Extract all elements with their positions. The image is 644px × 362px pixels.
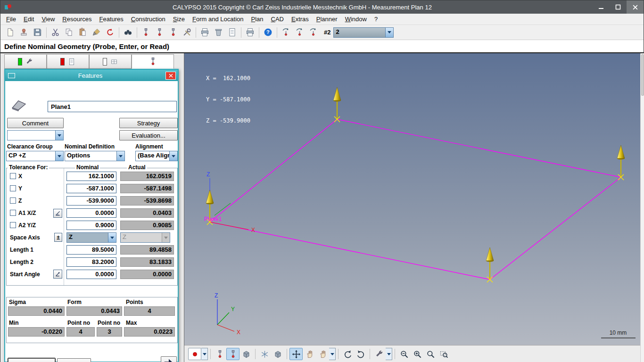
feature-selector[interactable]: 2 [333,27,394,38]
tolerance-y-checkbox[interactable] [10,185,16,191]
menu-cad[interactable]: CAD [267,14,288,24]
menu-features[interactable]: Features [95,14,127,24]
tab-table[interactable] [89,54,132,69]
features-dialog-titlebar[interactable]: Features [5,70,178,81]
probe-point-dropdown[interactable] [201,348,208,360]
ok-button[interactable]: OK [8,358,55,362]
delete-button[interactable] [212,26,225,39]
probe-rotate-3-button[interactable] [306,26,320,39]
clearance-group-dropdown[interactable] [55,151,63,161]
menu-help[interactable]: ? [371,14,381,24]
tab-report[interactable] [47,54,89,69]
tools-button[interactable] [180,26,194,39]
show-probe-points-button[interactable] [226,348,239,360]
space-axis-nominal-dropdown[interactable] [108,233,116,242]
tab-measurement[interactable] [4,54,47,69]
alignment-dropdown[interactable] [169,151,177,161]
print-preview-button[interactable] [243,26,257,39]
pan-hand-button[interactable] [303,348,316,360]
menu-window[interactable]: Window [341,14,371,24]
format-brush-button[interactable] [90,26,103,39]
new-button[interactable] [3,26,17,39]
menu-size[interactable]: Size [169,14,189,24]
maximize-button[interactable] [610,0,627,14]
nominal-definition-selector[interactable]: Options [65,151,125,161]
cut-button[interactable] [49,26,62,39]
menu-view[interactable]: View [38,14,58,24]
help-button[interactable] [261,26,275,39]
length2-nominal-field[interactable]: 83.2000 [66,257,116,267]
view-tools-button[interactable] [372,348,386,360]
a2-nominal-field[interactable]: 0.9000 [66,221,116,230]
a1-angle-button[interactable] [53,209,62,218]
feature-name-input[interactable] [48,101,177,112]
paste-button[interactable] [76,26,90,39]
y-nominal-field[interactable]: -587.1000 [66,184,116,193]
view-tools-dropdown[interactable] [386,348,392,360]
dialog-close-button[interactable] [165,72,176,80]
probe-change-button[interactable] [139,26,153,39]
probe-point-button[interactable] [188,348,201,360]
print-button[interactable] [198,26,212,39]
tolerance-x-checkbox[interactable] [10,173,16,179]
menu-plan[interactable]: Plan [247,14,267,24]
projection-selector[interactable] [7,130,64,140]
tolerance-z-checkbox[interactable] [10,197,16,204]
show-probe-button[interactable] [213,348,226,360]
stamp-button[interactable] [17,26,31,39]
tolerance-a1-checkbox[interactable] [10,210,16,216]
solid-view-button[interactable] [271,348,284,360]
evaluation-button[interactable]: Evaluation... [119,130,178,140]
zoom-box-button[interactable] [437,348,450,360]
nominal-definition-dropdown[interactable] [116,151,124,161]
undo-button[interactable] [103,26,117,39]
menu-planner[interactable]: Planner [313,14,341,24]
probe-rotate-1-button[interactable] [279,26,293,39]
cad-viewport[interactable]: X = 162.1000 Y = -587.1000 Z = -539.9000 [184,53,640,362]
probe-rotate-2-button[interactable] [293,26,306,39]
comment-button[interactable]: Comment [7,118,64,128]
strategy-button[interactable]: Strategy [119,118,178,128]
rotate-ccw-button[interactable] [341,348,354,360]
a1-nominal-field[interactable]: 0.0000 [66,208,116,218]
menu-construction[interactable]: Construction [127,14,169,24]
next-feature-button[interactable] [161,356,177,362]
length1-nominal-field[interactable]: 89.5000 [66,245,116,255]
zoom-out-button[interactable] [397,348,411,360]
z-nominal-field[interactable]: -539.9000 [66,196,116,206]
scene-canvas[interactable]: Z X [184,53,641,362]
projection-dropdown[interactable] [55,131,63,140]
probe-edit-button[interactable] [153,26,166,39]
move-mode-button[interactable] [289,348,303,360]
minimize-button[interactable] [593,0,610,14]
find-button[interactable] [121,26,135,39]
feature-selector-dropdown[interactable] [385,28,393,37]
space-axis-nominal-selector[interactable]: Z [66,232,116,243]
close-button[interactable] [627,0,644,14]
menu-resources[interactable]: Resources [58,14,95,24]
freeze-view-button[interactable] [258,348,271,360]
zoom-button[interactable] [424,348,437,360]
viewport-scrollbar[interactable] [640,53,644,362]
copy-button[interactable] [62,26,76,39]
menu-file[interactable]: File [2,14,20,24]
start-angle-button[interactable] [53,270,62,279]
rotate-cw-button[interactable] [354,348,367,360]
pan-xyz-dropdown[interactable] [329,348,336,360]
x-nominal-field[interactable]: 162.1000 [66,172,116,181]
reset-button[interactable]: Reset [57,358,91,362]
pan-xyz-button[interactable] [316,348,329,360]
tab-probe[interactable] [132,54,174,69]
plane-name-label[interactable]: Plane1 [204,216,222,222]
plane-outline[interactable] [210,119,621,280]
alignment-selector[interactable]: (Base Alignme [135,151,178,161]
clearance-group-selector[interactable]: CP +Z [6,151,64,161]
show-cad-button[interactable] [239,348,253,360]
menu-edit[interactable]: Edit [20,14,38,24]
space-axis-sign-button[interactable]: ± [54,233,62,242]
save-button[interactable] [31,26,44,39]
tolerance-a2-checkbox[interactable] [10,222,16,228]
menu-form-and-location[interactable]: Form and Location [189,14,247,24]
menu-extras[interactable]: Extras [288,14,313,24]
protocol-button[interactable] [225,26,239,39]
